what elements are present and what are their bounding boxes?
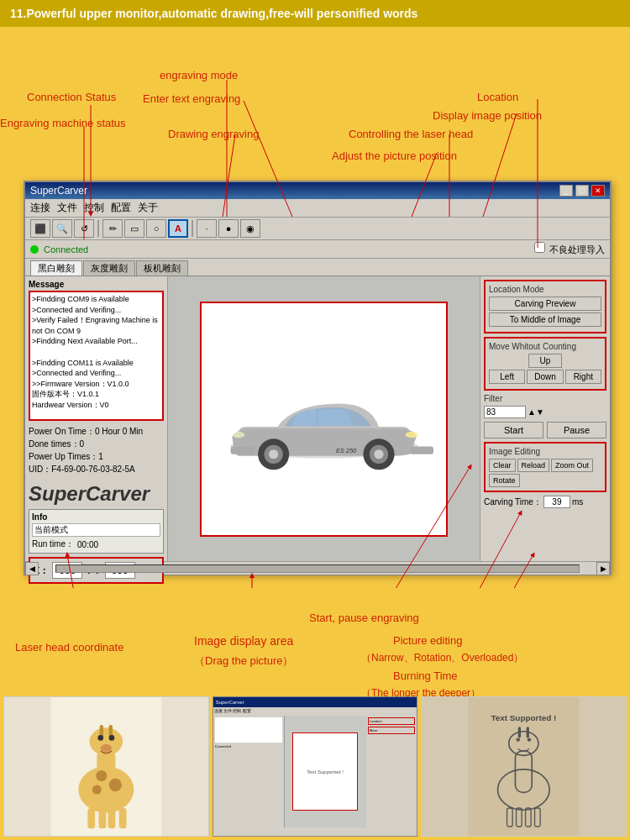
- svg-point-19: [97, 735, 103, 741]
- mini-title: SuperCarver: [216, 700, 244, 705]
- toolbar-sep-1: [97, 220, 99, 237]
- svg-point-11: [405, 431, 417, 437]
- svg-point-9: [374, 449, 383, 459]
- mini-info: Connected: [215, 744, 282, 748]
- menu-connect[interactable]: 连接: [30, 201, 50, 215]
- svg-rect-27: [108, 808, 116, 828]
- label-laser-head-coordinate: Laser head coordinate: [15, 641, 123, 654]
- menubar: 连接 文件 控制 配置 关于: [25, 199, 610, 218]
- toolbar-btn-1[interactable]: ⬛: [30, 219, 50, 238]
- move-left-button[interactable]: Left: [489, 370, 525, 384]
- rotate-button[interactable]: Rotate: [489, 474, 520, 487]
- label-connection-status: Connection Status: [27, 91, 116, 103]
- mini-rp-2: Move: [368, 727, 416, 734]
- svg-point-23: [109, 779, 122, 791]
- start-button[interactable]: Start: [484, 422, 543, 438]
- thumbnail-giraffe: [3, 696, 209, 837]
- connection-bar: Connected 不良处理导入: [25, 240, 610, 259]
- move-down-button[interactable]: Down: [527, 370, 563, 384]
- message-content: >Findding COM9 is Available >Connected a…: [32, 294, 160, 411]
- mini-rp-1: Location: [368, 717, 416, 725]
- clear-button[interactable]: Clear: [489, 459, 516, 472]
- svg-point-36: [517, 738, 520, 741]
- menu-about[interactable]: 关于: [138, 201, 158, 215]
- carving-time-label: Carving Time：: [484, 496, 542, 508]
- filter-spinner[interactable]: ▲▼: [528, 407, 544, 417]
- scroll-right-button[interactable]: ▶: [596, 562, 610, 575]
- toolbar-btn-2[interactable]: 🔍: [52, 219, 72, 238]
- center-panel: ES 250: [168, 276, 480, 561]
- label-controlling-laser-head: Controlling the laser head: [349, 128, 473, 140]
- main-content: Message >Findding COM9 is Available >Con…: [25, 276, 610, 561]
- move-right-button[interactable]: Right: [565, 370, 601, 384]
- pause-button[interactable]: Pause: [547, 422, 606, 438]
- svg-point-21: [101, 744, 112, 752]
- svg-rect-34: [518, 727, 521, 738]
- tab-bw-engraving[interactable]: 黑白雕刻: [30, 260, 82, 276]
- label-display-image-position: Display image position: [433, 109, 542, 122]
- toolbar-btn-4[interactable]: ✏: [102, 219, 123, 238]
- tab-board-engraving[interactable]: 板机雕刻: [136, 260, 188, 276]
- banner-text: 11.Powerful upper monitor,automatic draw…: [10, 7, 417, 20]
- scroll-left-button[interactable]: ◀: [25, 562, 39, 575]
- connection-indicator: [30, 245, 39, 254]
- label-enter-text-engraving: Enter text engraving: [143, 92, 240, 105]
- toolbar-btn-9[interactable]: ●: [218, 219, 239, 238]
- start-pause-row: Start Pause: [484, 422, 606, 438]
- done-times: Done times：0: [29, 438, 164, 450]
- menu-config[interactable]: 配置: [111, 201, 131, 215]
- scrollbar-track[interactable]: [55, 564, 580, 573]
- software-window: SuperCarver _ □ ✕ 连接 文件 控制 配置 关于 ⬛ 🔍 ↺ ✏…: [24, 181, 612, 575]
- label-image-display-area: Image display area: [194, 634, 293, 648]
- carving-time-unit: ms: [572, 497, 583, 507]
- label-drawing-engraving: Drawing engraving: [168, 128, 259, 140]
- svg-point-20: [109, 735, 115, 741]
- minimize-button[interactable]: _: [559, 185, 573, 197]
- menu-file[interactable]: 文件: [57, 201, 77, 215]
- mini-center: Text Supported !: [285, 716, 366, 827]
- image-canvas[interactable]: ES 250: [200, 302, 448, 537]
- noprocess-checkbox[interactable]: [534, 242, 545, 253]
- app-screenshot-content: SuperCarver 连接 文件 控制 配置 Connected Text S…: [213, 697, 417, 836]
- filter-input[interactable]: [484, 406, 526, 418]
- connection-status-text: Connected: [44, 244, 88, 255]
- machine-info: Power On Time：0 Hour 0 Min Done times：0 …: [29, 426, 164, 475]
- close-button[interactable]: ✕: [591, 185, 605, 197]
- carving-preview-button[interactable]: Carving Preview: [489, 297, 601, 311]
- uid: UID：F4-69-00-76-03-82-5A: [29, 464, 164, 475]
- image-editing-section: Image Editing Clear Reload Zoom Out Rota…: [484, 442, 606, 492]
- svg-rect-28: [119, 808, 127, 828]
- toolbar-btn-8[interactable]: ·: [197, 219, 217, 238]
- run-time-label: Run time：: [32, 538, 74, 550]
- move-up-button[interactable]: Up: [528, 354, 562, 368]
- reload-button[interactable]: Reload: [517, 459, 550, 472]
- window-title: SuperCarver: [30, 185, 87, 197]
- svg-rect-26: [99, 808, 107, 828]
- tab-grayscale-engraving[interactable]: 灰度雕刻: [83, 260, 135, 276]
- giraffe-svg: [4, 697, 208, 836]
- svg-text:ES 250: ES 250: [335, 446, 356, 454]
- car-image: ES 250: [215, 360, 433, 478]
- toolbar-sep-2: [192, 220, 193, 237]
- carving-time-input[interactable]: [543, 496, 570, 508]
- to-middle-button[interactable]: To Middle of Image: [489, 312, 601, 327]
- noprocess-label: 不良处理导入: [534, 242, 605, 256]
- maximize-button[interactable]: □: [575, 185, 589, 197]
- toolbar: ⬛ 🔍 ↺ ✏ ▭ ○ A · ● ◉: [25, 218, 610, 240]
- bottom-thumbnails: SuperCarver 连接 文件 控制 配置 Connected Text S…: [0, 693, 630, 840]
- toolbar-btn-3[interactable]: ↺: [74, 219, 94, 238]
- label-engraving-mode: engraving mode: [160, 69, 238, 81]
- zoom-out-button[interactable]: Zoom Out: [551, 459, 593, 472]
- menu-control[interactable]: 控制: [84, 201, 104, 215]
- noprocess-text: 不良处理导入: [549, 244, 605, 255]
- current-mode-field: 当前模式: [32, 523, 160, 537]
- app-logo: SuperCarver: [29, 482, 164, 506]
- toolbar-btn-5[interactable]: ▭: [124, 219, 144, 238]
- toolbar-btn-6[interactable]: ○: [146, 219, 166, 238]
- toolbar-btn-7[interactable]: A: [168, 219, 188, 238]
- top-banner: 11.Powerful upper monitor,automatic draw…: [0, 0, 630, 27]
- svg-rect-35: [527, 727, 529, 738]
- thumbnail-app-screenshot: SuperCarver 连接 文件 控制 配置 Connected Text S…: [213, 696, 418, 837]
- svg-point-12: [232, 431, 244, 437]
- toolbar-btn-10[interactable]: ◉: [240, 219, 260, 238]
